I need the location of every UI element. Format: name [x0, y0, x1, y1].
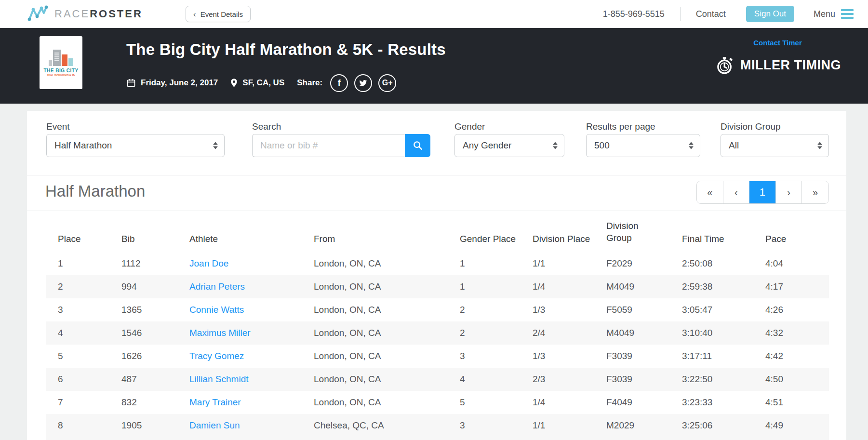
table-row: 6 487 Lillian Schmidt London, ON, CA 4 2…: [46, 368, 829, 391]
cell-gender-place: 1: [448, 275, 521, 298]
twitter-icon[interactable]: [354, 74, 372, 92]
calendar-icon: [126, 78, 136, 88]
col-place: Place: [46, 211, 110, 252]
cell-from: London, ON, CA: [302, 252, 448, 275]
table-row: 1 1112 Joan Doe London, ON, CA 1 1/1 F20…: [46, 252, 829, 275]
col-pace: Pace: [754, 211, 829, 252]
event-meta-row: Friday, June 2, 2017 SF, CA, US Share: f…: [126, 73, 402, 93]
athlete-link[interactable]: Mary Trainer: [189, 397, 241, 407]
athlete-link[interactable]: Tracy Gomez: [189, 351, 244, 361]
pagination-prev-button[interactable]: ‹: [723, 181, 750, 203]
athlete-link[interactable]: Connie Watts: [189, 305, 244, 315]
col-bib: Bib: [110, 211, 178, 252]
cell-pace: 4:51: [754, 391, 829, 414]
athlete-link[interactable]: Joan Doe: [189, 258, 228, 268]
cell-division-place: 1/4: [521, 391, 595, 414]
top-navbar: RACEROSTER ‹ Event Details 1-855-969-551…: [0, 0, 868, 28]
share-label: Share:: [297, 78, 322, 88]
cell-division-group: F2029: [595, 252, 670, 275]
cell-division-group: F4049: [595, 391, 670, 414]
cell-division-place: 1/4: [521, 275, 595, 298]
contact-link[interactable]: Contact: [696, 9, 726, 19]
results-per-page-select[interactable]: 500: [586, 134, 700, 157]
pagination-first-button[interactable]: «: [697, 181, 723, 203]
brand-roster-text: ROSTER: [90, 8, 143, 20]
cell-pace: 4:42: [754, 345, 829, 368]
cell-gender-place: 2: [448, 321, 521, 345]
cell-division-group: M4049: [595, 321, 670, 345]
navbar-right-group: 1-855-969-5515 Contact Sign Out Menu: [603, 6, 854, 22]
pagination-next-button[interactable]: ›: [776, 181, 802, 203]
cell-athlete: Damien Sun: [178, 414, 302, 437]
search-input[interactable]: [252, 134, 405, 157]
cell-from: London, ON, CA: [302, 321, 448, 345]
cell-from: London, ON, CA: [302, 275, 448, 298]
cell-gender-place: 4: [448, 368, 521, 391]
cell-place: 2: [46, 275, 110, 298]
cell-athlete: Lillian Schmidt: [178, 368, 302, 391]
cell-place: 4: [46, 321, 110, 345]
pagination-page-1[interactable]: 1: [749, 181, 776, 203]
cell-gender-place: 3: [448, 414, 521, 437]
col-gender-place: Gender Place: [448, 211, 521, 252]
cell-final-time: 2:59:38: [670, 275, 754, 298]
magnifier-icon: [413, 140, 423, 151]
table-header-row: Place Bib Athlete From Gender Place Divi…: [46, 211, 829, 252]
cell-division-place: 1/3: [521, 345, 595, 368]
athlete-link[interactable]: Adrian Peters: [189, 281, 245, 292]
cell-final-time: 3:23:33: [670, 391, 754, 414]
cell-pace: 4:49: [754, 414, 829, 437]
results-card: Event Half Marathon Search Gender Any Ge…: [27, 111, 846, 440]
cell-bib: 1112: [110, 252, 178, 275]
pagination-last-button[interactable]: »: [802, 181, 828, 203]
cell-from: London, ON, CA: [302, 368, 448, 391]
cell-athlete: Maximus Miller: [178, 321, 302, 345]
cell-division-group: M2029: [595, 414, 670, 437]
facebook-icon[interactable]: f: [330, 74, 348, 92]
search-label: Search: [252, 121, 281, 132]
sign-out-button[interactable]: Sign Out: [746, 6, 794, 22]
city-buildings-graphic: [49, 50, 73, 66]
google-plus-icon[interactable]: G+: [378, 74, 396, 92]
athlete-link[interactable]: Lillian Schmidt: [189, 374, 249, 384]
cell-place: 1: [46, 252, 110, 275]
cell-place: 6: [46, 368, 110, 391]
table-row: 7 832 Mary Trainer London, ON, CA 5 1/4 …: [46, 391, 829, 414]
gender-select[interactable]: Any Gender: [454, 134, 564, 157]
cell-place: 7: [46, 391, 110, 414]
event-details-button[interactable]: ‹ Event Details: [186, 6, 251, 22]
col-athlete: Athlete: [178, 211, 302, 252]
up-down-stepper-icon: [817, 142, 822, 149]
athlete-link[interactable]: Maximus Miller: [189, 328, 251, 338]
results-table: Place Bib Athlete From Gender Place Divi…: [46, 211, 829, 437]
division-group-label: Division Group: [721, 121, 781, 132]
contact-timer-link[interactable]: Contact Timer: [753, 39, 802, 47]
table-row: 8 1905 Damien Sun Chelsea, QC, CA 3 1/1 …: [46, 414, 829, 437]
up-down-stepper-icon: [213, 142, 218, 149]
menu-link[interactable]: Menu: [814, 9, 854, 19]
col-division-group: Division Group: [595, 211, 670, 252]
event-select[interactable]: Half Marathon: [46, 134, 225, 157]
cell-from: London, ON, CA: [302, 298, 448, 321]
cell-bib: 487: [110, 368, 178, 391]
cell-pace: 4:32: [754, 321, 829, 345]
cell-from: London, ON, CA: [302, 391, 448, 414]
race-roster-logo[interactable]: RACEROSTER: [27, 5, 143, 23]
search-button[interactable]: [405, 134, 430, 157]
event-date: Friday, June 2, 2017: [141, 78, 218, 88]
table-row: 2 994 Adrian Peters London, ON, CA 1 1/4…: [46, 275, 829, 298]
cell-place: 8: [46, 414, 110, 437]
division-group-select[interactable]: All: [721, 134, 829, 157]
table-row-partial: [46, 437, 829, 440]
cell-athlete: Adrian Peters: [178, 275, 302, 298]
cell-division-group: F3039: [595, 345, 670, 368]
divider: [27, 175, 846, 175]
cell-final-time: 3:10:40: [670, 321, 754, 345]
cell-bib: 1905: [110, 414, 178, 437]
cell-pace: 4:04: [754, 252, 829, 275]
athlete-link[interactable]: Damien Sun: [189, 420, 240, 430]
cell-division-place: 1/1: [521, 252, 595, 275]
cell-division-group: F5059: [595, 298, 670, 321]
cell-division-place: 1/3: [521, 298, 595, 321]
cell-gender-place: 3: [448, 345, 521, 368]
